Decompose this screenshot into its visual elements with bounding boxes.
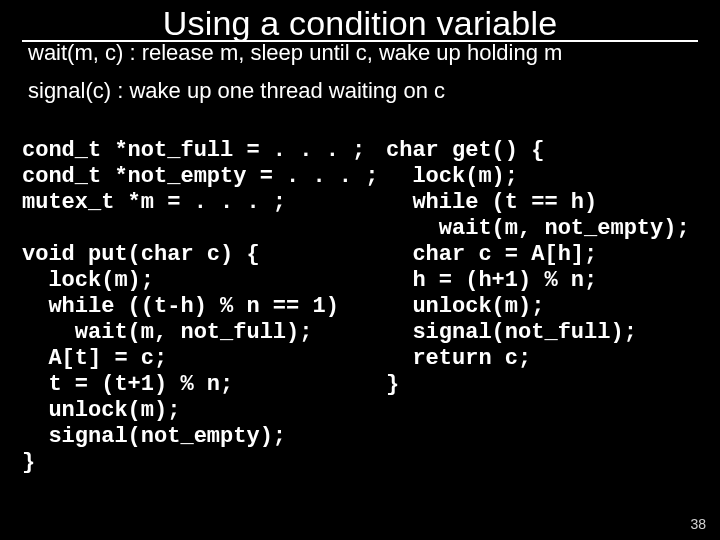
slide-title: Using a condition variable [0, 4, 720, 43]
page-number: 38 [690, 516, 706, 532]
signal-description: signal(c) : wake up one thread waiting o… [28, 78, 692, 104]
put-code-block: cond_t *not_full = . . . ; cond_t *not_e… [22, 138, 370, 476]
left-column: cond_t *not_full = . . . ; cond_t *not_e… [22, 138, 378, 510]
code-columns: cond_t *not_full = . . . ; cond_t *not_e… [22, 138, 698, 510]
wait-description: wait(m, c) : release m, sleep until c, w… [28, 40, 692, 66]
right-column: char get() { lock(m); while (t == h) wai… [378, 138, 698, 510]
get-code-block: char get() { lock(m); while (t == h) wai… [386, 138, 698, 398]
slide: Using a condition variable wait(m, c) : … [0, 0, 720, 540]
